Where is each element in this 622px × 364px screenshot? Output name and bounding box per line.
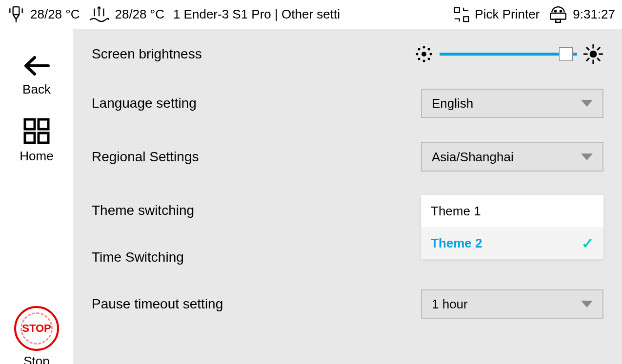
svg-point-14 (416, 53, 419, 56)
svg-rect-0 (13, 7, 20, 15)
back-label: Back (22, 82, 51, 97)
brightness-low-icon (414, 44, 434, 64)
language-value: English (432, 96, 473, 111)
nozzle-temp-value: 28/28 °C (30, 7, 80, 22)
language-row: Language setting English (92, 89, 603, 118)
home-grid-icon (23, 117, 50, 145)
svg-rect-21 (592, 44, 594, 48)
svg-rect-23 (583, 53, 587, 55)
theme-option-2-label: Theme 2 (431, 236, 482, 251)
svg-point-17 (428, 48, 430, 51)
theme-dropdown-list: Theme 1 Theme 2 ✓ (421, 195, 603, 259)
time-switching-label: Time Switching (92, 249, 421, 265)
stop-icon: STOP (14, 306, 59, 351)
pause-row: Pause timeout setting 1 hour (92, 289, 603, 319)
svg-point-20 (590, 51, 597, 58)
pick-printer-icon (453, 6, 470, 23)
chevron-down-icon (581, 153, 593, 160)
printer-head-icon (548, 5, 568, 24)
theme-label: Theme switching (92, 203, 421, 218)
svg-rect-27 (586, 47, 590, 51)
region-label: Regional Settings (92, 149, 421, 165)
svg-point-4 (560, 10, 562, 12)
brightness-slider-thumb[interactable] (559, 47, 573, 61)
pause-label: Pause timeout setting (92, 296, 421, 312)
back-arrow-icon (22, 54, 51, 78)
back-button[interactable]: Back (22, 54, 51, 97)
top-status-bar: 28/28 °C 28/28 °C 1 Ender-3 S1 Pro | Oth… (0, 0, 622, 29)
chevron-down-icon (581, 100, 593, 107)
svg-rect-24 (599, 53, 603, 55)
printer-title: 1 Ender-3 S1 Pro | Other setti (173, 7, 444, 22)
svg-rect-1 (455, 7, 460, 12)
pause-value: 1 hour (432, 297, 468, 312)
svg-rect-28 (597, 57, 601, 61)
nozzle-temp: 28/28 °C (7, 5, 80, 24)
language-label: Language setting (92, 96, 421, 111)
brightness-control[interactable] (414, 44, 603, 64)
stop-button[interactable]: STOP Stop (14, 306, 59, 364)
sidebar: Back Home STOP Stop (0, 29, 73, 364)
chevron-down-icon (581, 301, 593, 307)
svg-point-16 (418, 48, 421, 51)
svg-rect-5 (550, 13, 566, 19)
home-label: Home (20, 149, 53, 164)
theme-option-2[interactable]: Theme 2 ✓ (421, 227, 603, 259)
brightness-high-icon (583, 44, 603, 64)
pause-dropdown[interactable]: 1 hour (421, 289, 603, 319)
theme-option-1-label: Theme 1 (431, 204, 481, 219)
brightness-row: Screen brightness (92, 44, 603, 64)
time-display: 9:31:27 (548, 5, 615, 24)
svg-rect-7 (25, 119, 35, 129)
region-row: Regional Settings Asia/Shanghai (92, 142, 603, 172)
svg-rect-25 (597, 47, 601, 51)
printer-title-text: 1 Ender-3 S1 Pro | Other setti (173, 7, 340, 22)
home-button[interactable]: Home (20, 117, 53, 164)
stop-icon-text: STOP (22, 322, 51, 335)
svg-point-18 (418, 58, 421, 60)
stop-label: Stop (23, 354, 50, 364)
brightness-slider[interactable] (440, 53, 577, 56)
svg-point-12 (423, 46, 425, 49)
bed-temp-value: 28/28 °C (115, 7, 164, 22)
main-area: Back Home STOP Stop Screen brightness (0, 29, 622, 364)
svg-point-19 (428, 58, 430, 60)
theme-option-1[interactable]: Theme 1 (421, 195, 603, 227)
time-value: 9:31:27 (573, 7, 615, 22)
pick-printer-label: Pick Printer (475, 7, 540, 22)
bed-temp-icon (88, 5, 110, 24)
language-dropdown[interactable]: English (421, 89, 603, 118)
svg-point-3 (555, 10, 556, 12)
svg-rect-9 (25, 133, 35, 143)
svg-point-11 (421, 52, 426, 57)
nozzle-temp-icon (7, 5, 25, 24)
bed-temp: 28/28 °C (88, 5, 164, 24)
region-value: Asia/Shanghai (432, 150, 514, 165)
svg-point-13 (423, 60, 425, 62)
svg-rect-26 (586, 57, 590, 61)
svg-rect-6 (556, 19, 561, 22)
svg-point-15 (430, 53, 432, 56)
svg-rect-8 (39, 119, 48, 129)
svg-rect-2 (464, 17, 469, 21)
check-icon: ✓ (582, 235, 594, 252)
svg-rect-10 (39, 133, 48, 143)
pick-printer[interactable]: Pick Printer (453, 6, 540, 23)
svg-rect-22 (592, 60, 594, 64)
settings-panel: Screen brightness (73, 29, 622, 364)
brightness-label: Screen brightness (92, 46, 414, 62)
region-dropdown[interactable]: Asia/Shanghai (421, 142, 603, 172)
